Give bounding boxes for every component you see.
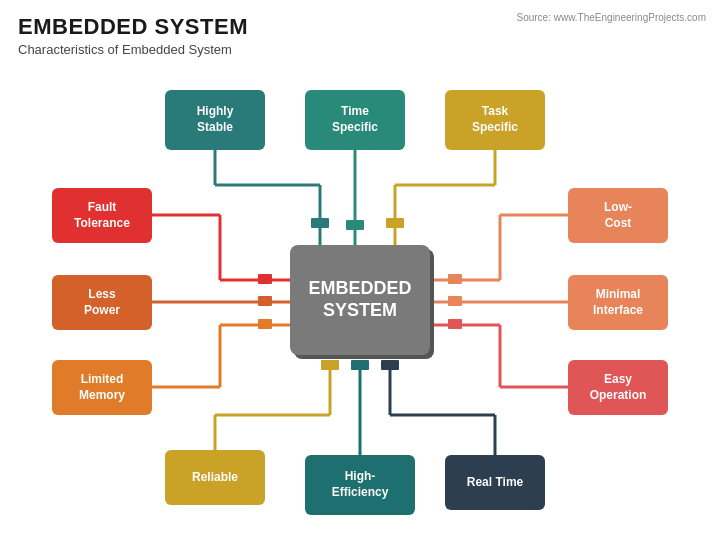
svg-rect-29 [448, 319, 462, 329]
source-text: Source: www.TheEngineeringProjects.com [516, 12, 706, 23]
char-box-high-efficiency: High- Efficiency [305, 455, 415, 515]
char-box-limited-memory: Limited Memory [52, 360, 152, 415]
svg-rect-3 [311, 218, 329, 228]
sub-title: Characteristics of Embedded System [18, 42, 702, 57]
char-box-reliable: Reliable [165, 450, 265, 505]
svg-rect-33 [321, 360, 339, 370]
svg-rect-39 [381, 360, 399, 370]
char-box-time-specific: Time Specific [305, 90, 405, 150]
svg-rect-35 [351, 360, 369, 370]
svg-rect-19 [258, 296, 272, 306]
header: EMBEDDED SYSTEM Characteristics of Embed… [0, 0, 720, 61]
char-box-highly-stable: Highly Stable [165, 90, 265, 150]
diagram: EMBEDDED SYSTEM Highly StableTime Specif… [0, 70, 720, 530]
char-box-low-cost: Low- Cost [568, 188, 668, 243]
char-box-less-power: Less Power [52, 275, 152, 330]
svg-rect-25 [258, 319, 272, 329]
char-box-real-time: Real Time [445, 455, 545, 510]
svg-rect-17 [448, 274, 462, 284]
char-box-task-specific: Task Specific [445, 90, 545, 150]
page-container: EMBEDDED SYSTEM Characteristics of Embed… [0, 0, 720, 540]
center-box: EMBEDDED SYSTEM [290, 245, 430, 355]
svg-rect-5 [346, 220, 364, 230]
char-box-easy-operation: Easy Operation [568, 360, 668, 415]
char-box-minimal-interface: Minimal Interface [568, 275, 668, 330]
svg-rect-9 [386, 218, 404, 228]
center-label: EMBEDDED SYSTEM [308, 278, 411, 321]
char-box-fault-tolerance: Fault Tolerance [52, 188, 152, 243]
svg-rect-13 [258, 274, 272, 284]
svg-rect-21 [448, 296, 462, 306]
